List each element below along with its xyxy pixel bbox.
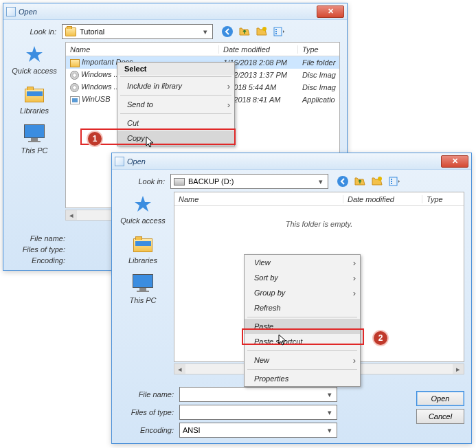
app-icon: [70, 96, 80, 104]
close-button[interactable]: ✕: [441, 155, 468, 168]
titlebar[interactable]: Open ✕: [3, 3, 347, 20]
ctx-copy[interactable]: Copy: [117, 131, 234, 146]
ctx-properties[interactable]: Properties: [245, 371, 360, 386]
scroll-left[interactable]: ◂: [66, 210, 77, 220]
nav-buttons: [335, 174, 402, 189]
ctx-sort-by[interactable]: Sort by: [245, 270, 360, 285]
open-button[interactable]: Open: [416, 391, 464, 406]
svg-point-0: [222, 26, 233, 37]
scroll-left[interactable]: ◂: [174, 364, 185, 374]
titlebar[interactable]: Open ✕: [112, 153, 471, 170]
chevron-down-icon: ▾: [324, 388, 335, 401]
svg-point-6: [337, 176, 348, 187]
svg-rect-2: [274, 27, 282, 36]
place-this-pc[interactable]: This PC: [21, 124, 47, 155]
view-button[interactable]: [387, 174, 402, 189]
svg-rect-4: [275, 31, 277, 32]
svg-rect-3: [275, 29, 277, 30]
ctx-refresh[interactable]: Refresh: [245, 300, 360, 315]
window-title: Open: [127, 157, 441, 166]
back-button[interactable]: [335, 174, 350, 189]
col-date[interactable]: Date modified: [219, 45, 298, 54]
context-menu-2: View Sort by Group by Refresh Paste Past…: [244, 254, 361, 387]
ctx-new[interactable]: New: [245, 352, 360, 368]
folder-icon: [65, 27, 76, 36]
look-in-label: Look in:: [10, 27, 62, 36]
ctx-cut[interactable]: Cut: [117, 115, 234, 131]
step-badge-1: 1: [87, 131, 103, 147]
ctx-include-library[interactable]: Include in library: [117, 78, 234, 93]
place-libraries[interactable]: Libraries: [128, 234, 157, 265]
new-folder-button[interactable]: [254, 24, 269, 39]
step-badge-2: 2: [372, 330, 389, 346]
chevron-down-icon: ▾: [315, 175, 326, 188]
window-icon: [115, 157, 124, 166]
drive-icon: [174, 178, 185, 186]
place-quick-access[interactable]: Quick access: [120, 194, 165, 225]
filetypes-label: Files of type:: [119, 408, 179, 416]
disc-icon: [70, 83, 79, 92]
filename-label: File name:: [119, 390, 179, 399]
col-name[interactable]: Name: [66, 45, 219, 54]
place-this-pc[interactable]: This PC: [129, 274, 156, 304]
view-button[interactable]: [271, 24, 286, 39]
scroll-right[interactable]: ▸: [453, 364, 464, 374]
encoding-combo[interactable]: ANSI▾: [179, 423, 337, 438]
col-name[interactable]: Name: [174, 195, 343, 203]
look-in-label: Look in:: [119, 177, 170, 186]
ctx-paste[interactable]: Paste: [245, 319, 360, 334]
disc-icon: [70, 71, 79, 80]
look-in-combo[interactable]: BACKUP (D:) ▾: [170, 174, 328, 189]
column-headers[interactable]: Name Date modified Type: [66, 43, 339, 56]
svg-point-7: [378, 177, 382, 181]
bottom-panel: File name: ▾ Files of type: ▾ Encoding: …: [119, 384, 464, 438]
chevron-down-icon: ▾: [324, 405, 335, 419]
look-in-value: Tutorial: [80, 27, 104, 36]
window-title: Open: [19, 8, 317, 16]
chevron-down-icon: ▾: [200, 25, 211, 38]
col-type[interactable]: Type: [298, 45, 339, 54]
look-in-value: BACKUP (D:): [188, 177, 234, 186]
encoding-label: Encoding:: [119, 426, 179, 434]
look-in-combo[interactable]: Tutorial ▾: [62, 24, 213, 39]
back-button[interactable]: [220, 24, 235, 39]
encoding-label: Encoding:: [10, 256, 71, 265]
ctx-view[interactable]: View: [245, 255, 360, 270]
place-quick-access[interactable]: Quick access: [12, 45, 56, 75]
column-headers[interactable]: Name Date modified Type: [174, 192, 464, 206]
places-bar: Quick access Libraries This PC: [10, 45, 58, 155]
svg-rect-5: [275, 33, 277, 34]
col-date[interactable]: Date modified: [343, 195, 422, 203]
up-button[interactable]: [237, 24, 252, 39]
ctx-send-to[interactable]: Send to: [117, 97, 234, 112]
folder-icon: [70, 59, 80, 67]
svg-rect-10: [391, 181, 392, 182]
filename-label: File name:: [10, 234, 71, 243]
new-folder-button[interactable]: [370, 174, 385, 189]
svg-rect-8: [389, 177, 397, 186]
nav-buttons: [220, 24, 286, 39]
window-icon: [6, 7, 16, 16]
ctx-group-by[interactable]: Group by: [245, 285, 360, 300]
close-button[interactable]: ✕: [317, 5, 344, 18]
chevron-down-icon: ▾: [324, 423, 335, 437]
svg-rect-9: [391, 179, 392, 180]
up-button[interactable]: [352, 174, 367, 189]
cancel-button[interactable]: Cancel: [416, 409, 464, 424]
context-menu-1: Select Include in library Send to Cut Co…: [117, 62, 235, 146]
place-libraries[interactable]: Libraries: [20, 85, 49, 115]
filename-combo[interactable]: ▾: [179, 387, 337, 402]
ctx-paste-shortcut[interactable]: Paste shortcut: [245, 334, 360, 349]
ctx-header: Select: [117, 63, 234, 75]
empty-folder-text: This folder is empty.: [174, 206, 464, 228]
svg-rect-11: [391, 183, 392, 184]
svg-point-1: [262, 27, 267, 31]
col-type[interactable]: Type: [422, 195, 464, 203]
filetypes-combo[interactable]: ▾: [179, 405, 337, 420]
filetypes-label: Files of type:: [10, 245, 71, 254]
places-bar: Quick access Libraries This PC: [119, 194, 167, 304]
